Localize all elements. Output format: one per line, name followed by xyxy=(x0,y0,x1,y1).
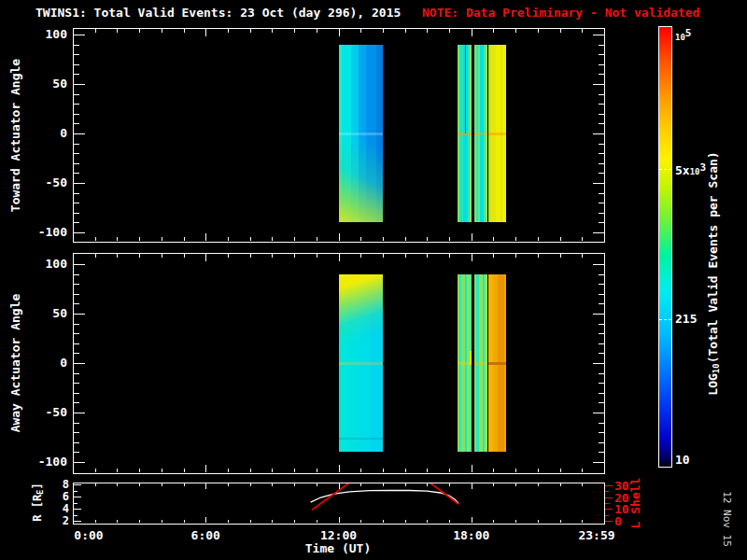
axis-tick xyxy=(74,509,81,510)
axis-tick xyxy=(74,413,85,413)
axis-tick xyxy=(582,254,583,258)
axis-tick xyxy=(515,483,516,486)
axis-tick xyxy=(74,104,79,105)
axis-tick xyxy=(294,483,295,486)
axis-tick xyxy=(339,254,340,261)
r-tick-label: 8 xyxy=(28,478,69,491)
axis-tick xyxy=(599,144,604,145)
axis-tick xyxy=(593,462,604,463)
axis-tick xyxy=(515,520,516,523)
axis-tick xyxy=(228,237,229,241)
axis-tick xyxy=(449,520,450,523)
axis-tick xyxy=(383,29,384,33)
axis-tick xyxy=(74,222,79,223)
axis-tick xyxy=(593,183,604,184)
axis-tick xyxy=(317,520,317,523)
axis-tick xyxy=(427,29,428,33)
axis-tick xyxy=(383,520,384,523)
axis-tick xyxy=(74,353,79,354)
axis-tick xyxy=(339,233,340,241)
colorbar-tick-label: 5x103 xyxy=(675,161,706,177)
axis-tick xyxy=(74,303,79,304)
axis-tick xyxy=(605,515,609,516)
axis-tick xyxy=(599,54,604,55)
axis-tick xyxy=(228,483,229,486)
axis-tick xyxy=(74,442,79,443)
axis-tick xyxy=(427,483,428,486)
axis-tick xyxy=(599,173,604,174)
lshell-axis-label: L Shell xyxy=(629,478,642,529)
axis-tick xyxy=(117,469,118,472)
axis-tick xyxy=(339,465,340,472)
axis-tick xyxy=(599,423,604,424)
axis-tick xyxy=(74,193,79,194)
axis-tick xyxy=(74,402,79,403)
axis-tick xyxy=(139,29,140,33)
lshell-tick-label: 0 xyxy=(614,514,622,528)
axis-tick xyxy=(515,29,516,33)
axis-tick xyxy=(74,491,78,492)
axis-tick xyxy=(139,237,140,241)
axis-tick xyxy=(493,29,494,33)
zero-angle-line xyxy=(458,133,472,135)
axis-tick xyxy=(405,483,406,486)
axis-tick xyxy=(117,237,118,241)
axis-tick xyxy=(599,353,604,354)
axis-tick xyxy=(74,94,79,95)
axis-tick xyxy=(360,254,361,258)
axis-tick xyxy=(294,29,295,33)
axis-tick xyxy=(449,469,450,472)
axis-tick xyxy=(74,462,85,463)
axis-tick xyxy=(593,35,604,35)
band-detail-line xyxy=(465,45,466,133)
axis-tick xyxy=(162,469,162,472)
axis-tick xyxy=(74,203,79,203)
axis-tick xyxy=(205,465,206,472)
axis-tick xyxy=(250,254,251,258)
axis-tick xyxy=(228,254,229,258)
axis-tick xyxy=(74,503,78,504)
axis-tick xyxy=(74,515,78,516)
axis-tick xyxy=(405,469,406,472)
angle-tick-label: 100 xyxy=(21,27,67,41)
axis-tick xyxy=(139,520,140,523)
band-horizontal-line xyxy=(339,438,383,440)
axis-tick xyxy=(383,237,384,241)
axis-tick xyxy=(582,29,583,33)
axis-tick xyxy=(74,432,79,433)
angle-tick-label: -50 xyxy=(21,405,67,419)
axis-tick xyxy=(360,29,361,33)
axis-tick xyxy=(74,294,79,295)
axis-tick xyxy=(74,84,85,85)
axis-tick xyxy=(205,483,206,489)
time-tick-label: 12:00 xyxy=(320,528,357,542)
time-tick-label: 0:00 xyxy=(74,528,103,542)
axis-tick xyxy=(74,264,85,265)
axis-tick xyxy=(74,213,79,214)
angle-tick-label: -100 xyxy=(21,225,67,239)
axis-tick xyxy=(599,452,604,453)
axis-tick xyxy=(383,254,384,258)
angle-tick-label: 50 xyxy=(21,306,67,320)
axis-tick xyxy=(74,45,79,46)
axis-tick xyxy=(95,469,96,472)
axis-tick xyxy=(599,213,604,214)
axis-tick xyxy=(74,153,79,154)
zero-angle-line xyxy=(339,133,383,135)
axis-tick xyxy=(599,432,604,433)
axis-tick xyxy=(317,469,317,472)
axis-tick xyxy=(605,509,613,510)
axis-tick xyxy=(383,469,384,472)
axis-tick xyxy=(250,237,251,241)
axis-tick xyxy=(449,237,450,241)
axis-tick xyxy=(139,469,140,472)
axis-tick xyxy=(74,314,85,315)
axis-tick xyxy=(605,503,609,504)
axis-tick xyxy=(599,123,604,124)
axis-tick xyxy=(449,254,450,258)
axis-tick xyxy=(472,483,472,489)
axis-tick xyxy=(405,254,406,258)
axis-tick xyxy=(593,84,604,85)
colorbar-tick-dash xyxy=(659,169,671,170)
axis-tick xyxy=(250,29,251,33)
